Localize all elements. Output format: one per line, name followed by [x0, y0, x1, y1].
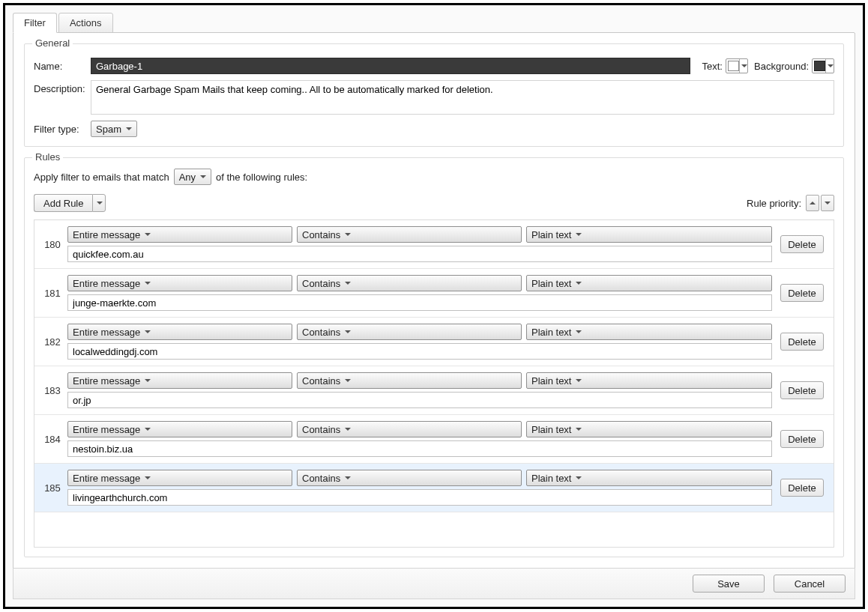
description-input[interactable]	[91, 80, 834, 115]
rule-field-select[interactable]: Entire message	[67, 324, 292, 340]
rule-selects: Entire messageContainsPlain text	[67, 226, 772, 243]
dialog-footer: Save Cancel	[13, 568, 855, 599]
rule-format-select[interactable]: Plain text	[526, 372, 772, 389]
cancel-button[interactable]: Cancel	[774, 575, 846, 593]
chevron-down-icon	[145, 282, 151, 285]
rule-selects: Entire messageContainsPlain text	[67, 275, 772, 291]
chevron-down-icon	[345, 428, 351, 431]
rule-value-input[interactable]	[67, 343, 772, 360]
match-mode-value: Any	[179, 172, 196, 183]
chevron-up-icon	[810, 202, 816, 204]
rule-field-select[interactable]: Entire message	[67, 470, 292, 486]
dialog-frame: Filter Actions General Name: Text: Backg…	[3, 3, 865, 609]
rule-operator-select[interactable]: Contains	[297, 226, 522, 243]
save-button[interactable]: Save	[693, 575, 765, 593]
rule-delete-cell: Delete	[778, 470, 826, 506]
rule-field-select[interactable]: Entire message	[67, 226, 292, 243]
delete-rule-button[interactable]: Delete	[780, 381, 824, 399]
rules-fieldset: Rules Apply filter to emails that match …	[24, 157, 844, 557]
rule-row[interactable]: 181Entire messageContainsPlain textDelet…	[34, 269, 834, 318]
select-value: Contains	[302, 424, 340, 435]
rule-body: Entire messageContainsPlain text	[67, 421, 772, 457]
rule-selects: Entire messageContainsPlain text	[67, 324, 772, 340]
chevron-down-icon	[576, 330, 582, 333]
add-rule-button[interactable]: Add Rule	[34, 194, 92, 212]
select-value: Entire message	[73, 278, 140, 289]
rule-format-select[interactable]: Plain text	[526, 275, 772, 291]
rule-body: Entire messageContainsPlain text	[67, 226, 772, 262]
rule-row[interactable]: 184Entire messageContainsPlain textDelet…	[34, 415, 834, 464]
rule-operator-select[interactable]: Contains	[297, 470, 522, 486]
rule-format-select[interactable]: Plain text	[526, 226, 772, 243]
priority-up-button[interactable]	[806, 195, 819, 211]
rules-legend: Rules	[32, 151, 63, 163]
rule-operator-select[interactable]: Contains	[297, 372, 522, 389]
delete-rule-button[interactable]: Delete	[780, 284, 824, 302]
rule-index: 184	[37, 421, 67, 457]
chevron-down-icon	[97, 202, 103, 204]
rule-delete-cell: Delete	[778, 324, 826, 360]
rule-index: 183	[37, 372, 67, 408]
rule-field-select[interactable]: Entire message	[67, 421, 292, 437]
rules-toolbar: Add Rule Rule priority:	[34, 194, 834, 212]
rule-format-select[interactable]: Plain text	[526, 421, 772, 437]
select-value: Entire message	[73, 327, 140, 338]
add-rule-dropdown[interactable]	[92, 194, 106, 212]
rule-operator-select[interactable]: Contains	[297, 275, 522, 291]
select-value: Plain text	[531, 278, 571, 289]
background-color-swatch	[814, 61, 825, 71]
rule-body: Entire messageContainsPlain text	[67, 470, 772, 506]
background-color-dropdown[interactable]	[825, 59, 834, 73]
color-controls: Text: Background:	[696, 58, 834, 73]
chevron-down-icon	[576, 282, 582, 285]
select-value: Contains	[302, 375, 340, 387]
tab-filter[interactable]: Filter	[13, 13, 57, 33]
text-color-label: Text:	[702, 61, 723, 72]
match-line: Apply filter to emails that match Any of…	[34, 169, 834, 185]
rule-row[interactable]: 185Entire messageContainsPlain textDelet…	[34, 464, 834, 512]
chevron-down-icon	[576, 428, 582, 431]
filter-type-select[interactable]: Spam	[91, 121, 137, 137]
rule-index: 182	[37, 324, 67, 360]
delete-rule-button[interactable]: Delete	[780, 333, 824, 351]
rule-value-input[interactable]	[67, 440, 772, 457]
select-value: Entire message	[73, 229, 140, 240]
rule-index: 181	[37, 275, 67, 311]
rules-body: Apply filter to emails that match Any of…	[34, 166, 834, 548]
rule-row[interactable]: 183Entire messageContainsPlain textDelet…	[34, 366, 834, 415]
delete-rule-button[interactable]: Delete	[780, 430, 824, 448]
rules-list[interactable]: 180Entire messageContainsPlain textDelet…	[34, 219, 834, 548]
description-row: Description:	[34, 80, 834, 115]
select-value: Entire message	[73, 375, 140, 387]
rule-format-select[interactable]: Plain text	[526, 324, 772, 340]
text-color-dropdown[interactable]	[739, 59, 747, 73]
rule-value-input[interactable]	[67, 246, 772, 262]
rule-field-select[interactable]: Entire message	[67, 275, 292, 291]
delete-rule-button[interactable]: Delete	[780, 235, 824, 253]
chevron-down-icon	[345, 282, 351, 285]
select-value: Plain text	[531, 327, 571, 338]
rule-row[interactable]: 182Entire messageContainsPlain textDelet…	[34, 318, 834, 366]
rule-row[interactable]: 180Entire messageContainsPlain textDelet…	[34, 220, 834, 269]
background-color-picker[interactable]	[812, 58, 834, 73]
priority-down-button[interactable]	[821, 195, 834, 211]
rule-operator-select[interactable]: Contains	[297, 324, 522, 340]
text-color-picker[interactable]	[726, 58, 748, 73]
chevron-down-icon	[145, 330, 151, 333]
delete-rule-button[interactable]: Delete	[780, 479, 824, 497]
name-input[interactable]	[91, 58, 690, 74]
rule-priority-label: Rule priority:	[747, 198, 801, 209]
rule-selects: Entire messageContainsPlain text	[67, 470, 772, 486]
match-mode-select[interactable]: Any	[174, 169, 211, 185]
rule-delete-cell: Delete	[778, 226, 826, 262]
rule-value-input[interactable]	[67, 489, 772, 506]
rule-value-input[interactable]	[67, 294, 772, 311]
tab-actions[interactable]: Actions	[58, 13, 113, 33]
rule-value-input[interactable]	[67, 392, 772, 408]
chevron-down-icon	[576, 379, 582, 382]
rule-field-select[interactable]: Entire message	[67, 372, 292, 389]
select-value: Contains	[302, 229, 340, 240]
chevron-down-icon	[825, 202, 831, 204]
rule-format-select[interactable]: Plain text	[526, 470, 772, 486]
rule-operator-select[interactable]: Contains	[297, 421, 522, 437]
